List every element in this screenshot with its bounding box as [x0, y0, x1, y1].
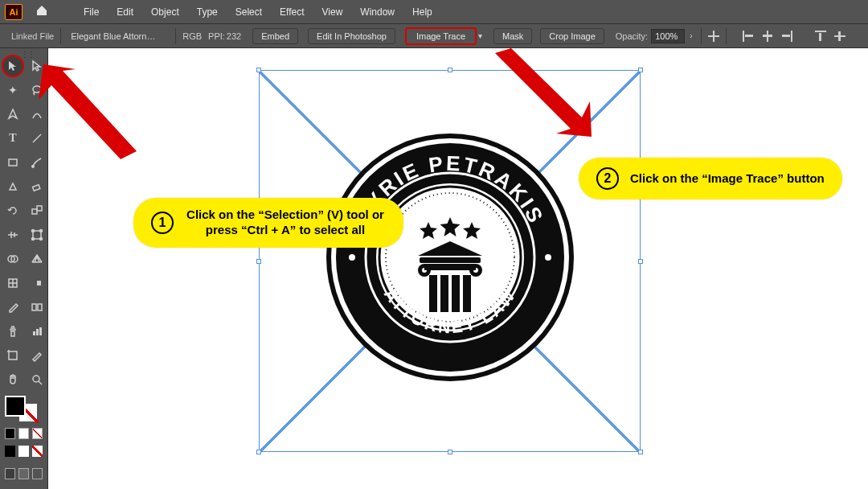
none-mode-icon[interactable] — [32, 446, 43, 457]
main-menu: File Edit Object Type Select Effect View… — [76, 3, 440, 21]
svg-rect-44 — [440, 275, 448, 312]
eraser-tool[interactable] — [27, 177, 47, 196]
resize-handle[interactable] — [448, 450, 452, 454]
opacity-label: Opacity: — [616, 31, 648, 41]
align-top-icon[interactable] — [815, 31, 826, 42]
panel-grip-icon[interactable]: ⋮⋮ — [21, 50, 34, 59]
fill-swatch[interactable] — [5, 396, 26, 417]
free-transform-tool[interactable] — [27, 225, 47, 244]
callout-number: 2 — [596, 167, 619, 190]
menu-item[interactable]: Edit — [108, 3, 141, 21]
opacity-input[interactable]: 100% — [651, 29, 685, 43]
hand-tool[interactable] — [3, 370, 23, 389]
align-middle-icon[interactable] — [834, 31, 845, 42]
artboard-tool[interactable] — [3, 346, 23, 365]
embed-button[interactable]: Embed — [252, 28, 298, 44]
menu-item[interactable]: File — [76, 3, 107, 21]
menu-item[interactable]: Object — [143, 3, 187, 21]
svg-rect-18 — [33, 281, 37, 286]
transform-icon[interactable] — [708, 31, 719, 42]
magic-wand-tool[interactable]: ✦ — [3, 80, 23, 100]
menu-item[interactable]: Effect — [272, 3, 312, 21]
swap-fill-stroke-icon[interactable] — [18, 428, 29, 439]
type-tool[interactable]: T — [3, 129, 23, 148]
callout-text: Click on the “Image Trace” button — [630, 171, 825, 187]
column-graph-tool[interactable] — [27, 322, 47, 341]
opacity-field: Opacity: 100% › — [616, 29, 694, 43]
menu-item[interactable]: Type — [189, 3, 226, 21]
blend-tool[interactable] — [27, 298, 47, 317]
rectangle-tool[interactable] — [3, 153, 23, 172]
shaper-tool[interactable] — [3, 177, 23, 196]
gradient-tool[interactable] — [27, 273, 47, 293]
svg-point-49 — [349, 254, 355, 261]
resize-handle[interactable] — [638, 68, 643, 72]
chevron-down-icon[interactable]: ▾ — [477, 31, 484, 40]
draw-inside-icon[interactable] — [32, 468, 43, 479]
placed-image-logo[interactable]: KYRIE PETRAKIS ATTORNEY LAW — [321, 129, 579, 386]
draw-normal-icon[interactable] — [5, 468, 15, 479]
scale-tool[interactable] — [27, 201, 47, 220]
svg-marker-51 — [39, 64, 137, 159]
svg-marker-52 — [495, 48, 592, 137]
shape-builder-tool[interactable] — [3, 249, 23, 269]
crop-image-button[interactable]: Crop Image — [540, 28, 604, 44]
callout-number: 1 — [151, 212, 174, 234]
svg-rect-45 — [452, 275, 460, 312]
svg-point-28 — [33, 376, 39, 382]
svg-rect-37 — [420, 257, 481, 263]
svg-point-8 — [32, 230, 35, 232]
resize-handle[interactable] — [256, 450, 261, 454]
home-icon[interactable] — [31, 4, 53, 19]
width-tool[interactable] — [3, 225, 23, 244]
resize-handle[interactable] — [256, 259, 261, 264]
resize-handle[interactable] — [256, 68, 261, 72]
callout-text: Click on the “Selection” (V) tool or pre… — [185, 208, 386, 238]
menu-item[interactable]: Select — [227, 3, 270, 21]
resize-handle[interactable] — [448, 68, 452, 72]
svg-point-9 — [40, 230, 43, 232]
menu-item[interactable]: Help — [404, 3, 440, 21]
svg-rect-42 — [424, 264, 476, 270]
annotation-arrow-1 — [32, 64, 145, 161]
edit-in-photoshop-button[interactable]: Edit In Photoshop — [308, 28, 395, 44]
annotation-arrow-2 — [482, 48, 595, 137]
slice-tool[interactable] — [27, 346, 47, 365]
resize-handle[interactable] — [638, 259, 643, 264]
svg-rect-46 — [463, 275, 471, 312]
linked-filename[interactable]: Elegant Blue Attorney L… — [68, 30, 169, 43]
callout-1: 1 Click on the “Selection” (V) tool or p… — [133, 198, 403, 248]
ppi-label: PPI: — [208, 31, 225, 41]
none-swatch-icon[interactable] — [32, 428, 43, 439]
svg-rect-19 — [32, 304, 36, 310]
symbol-sprayer-tool[interactable] — [3, 322, 23, 341]
mesh-tool[interactable] — [3, 273, 23, 293]
app-logo-icon: Ai — [5, 4, 23, 20]
draw-behind-icon[interactable] — [18, 468, 29, 479]
default-fill-stroke-icon[interactable] — [5, 428, 15, 439]
svg-rect-20 — [38, 304, 42, 310]
menu-item[interactable]: Window — [352, 3, 403, 21]
chevron-right-icon[interactable]: › — [688, 31, 694, 40]
align-center-icon[interactable] — [762, 31, 773, 42]
eyedropper-tool[interactable] — [3, 298, 23, 317]
linked-file-label: Linked File — [11, 31, 54, 41]
svg-rect-4 — [33, 185, 40, 191]
resize-handle[interactable] — [638, 450, 643, 454]
document-canvas[interactable]: KYRIE PETRAKIS ATTORNEY LAW 1 Click on t… — [48, 48, 868, 489]
mask-button[interactable]: Mask — [493, 28, 532, 44]
svg-point-3 — [31, 165, 35, 168]
fill-stroke-swatches[interactable] — [5, 396, 43, 457]
rotate-tool[interactable] — [3, 201, 23, 220]
selection-tool[interactable] — [3, 56, 23, 76]
color-mode-icon[interactable] — [5, 446, 15, 457]
gradient-mode-icon[interactable] — [18, 446, 29, 457]
align-right-icon[interactable] — [781, 31, 792, 42]
pen-tool[interactable] — [3, 105, 23, 124]
perspective-grid-tool[interactable] — [27, 249, 47, 269]
app-top-bar: Ai File Edit Object Type Select Effect V… — [0, 0, 868, 23]
image-trace-button[interactable]: Image Trace — [405, 27, 477, 45]
zoom-tool[interactable] — [27, 370, 47, 389]
align-left-icon[interactable] — [743, 31, 754, 42]
menu-item[interactable]: View — [314, 3, 351, 21]
